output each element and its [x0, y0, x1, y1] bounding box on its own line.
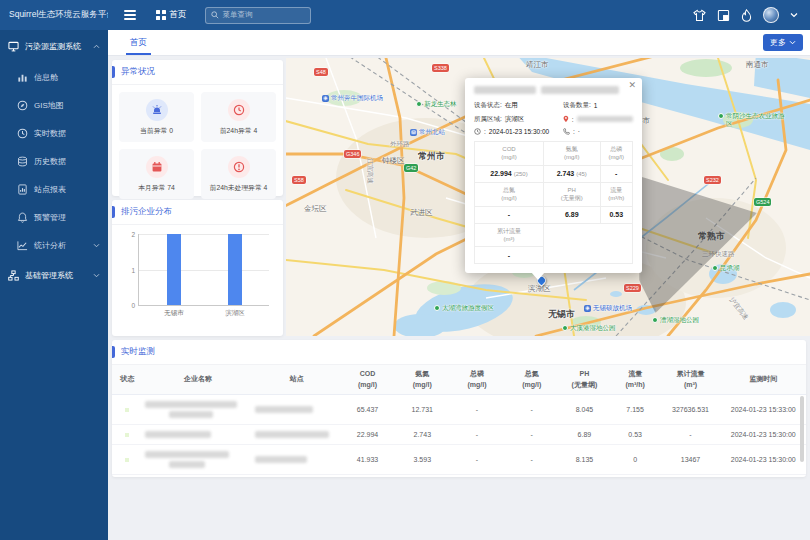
sidebar-item-gis-map[interactable]: GIS地图: [0, 91, 108, 119]
app-title: Squirrel生态环境云服务平台: [0, 9, 108, 21]
enterprise-name-redacted: [143, 425, 254, 445]
nh3-value: 2.743: [395, 425, 450, 445]
road-shield: S338: [432, 64, 449, 72]
station-popup: ✕ 设备状态:在用 设备数量:1 所属区域:滨湖区 : : 2024-01-23…: [465, 78, 642, 273]
sidebar-item-label: 历史数据: [34, 156, 66, 167]
status-card-unhandled[interactable]: 前24h未处理异常 4: [201, 149, 276, 199]
ph-value: 8.135: [559, 445, 610, 475]
map-label-road: 外环路: [390, 140, 410, 149]
field-sep: :: [572, 116, 574, 123]
status-card-24h[interactable]: 前24h异常 4: [201, 92, 276, 142]
x-category: 无锡市: [164, 309, 184, 318]
road-shield: S232: [704, 176, 721, 184]
sidebar-item-label: 统计分析: [34, 240, 66, 251]
abnormal-status-panel: 异常状况 当前异常 0 前24h异常 4 本月异常 74: [112, 60, 283, 196]
theme-shirt-icon[interactable]: [693, 9, 706, 22]
sidebar-item-info-cabin[interactable]: 信息舱: [0, 63, 108, 91]
chevron-up-icon: [93, 44, 100, 49]
sidebar-item-statistics[interactable]: 统计分析: [0, 231, 108, 259]
field-value: 2024-01-23 15:30:00: [489, 128, 549, 135]
bar-binhu[interactable]: [228, 234, 242, 305]
panel-title: 排污企业分布: [112, 200, 283, 225]
field-label: 设备状态:: [474, 101, 502, 110]
map-poi-park: 漕湖湿地公园: [652, 316, 699, 325]
status-card-current[interactable]: 当前异常 0: [119, 92, 194, 142]
table-scrollbar[interactable]: [800, 396, 804, 462]
road-shield: G42: [404, 164, 418, 172]
park-pin-icon: [416, 101, 422, 107]
field-value: 滨湖区: [505, 115, 525, 124]
table-row[interactable]: 22.994 2.743 - - 6.89 0.53 - 2024-01-23 …: [112, 425, 806, 445]
popup-metrics-table: COD(mg/l) 氨氮(mg/l) 总磷(mg/l) 22.994 (250)…: [474, 141, 633, 264]
status-card-label: 前24h异常 4: [220, 126, 257, 136]
map-poi-park: 常阴沙生态农业旅游区: [718, 112, 790, 129]
clock-alert-icon: [228, 99, 250, 121]
total-flow-value: 327636.531: [660, 395, 720, 425]
status-card-month[interactable]: 本月异常 74: [119, 149, 194, 199]
more-button[interactable]: 更多: [763, 34, 803, 51]
search-placeholder: 菜单查询: [223, 10, 253, 20]
location-pin-icon: [563, 115, 569, 123]
popup-fields: 设备状态:在用 设备数量:1 所属区域:滨湖区 : : 2024-01-23 1…: [474, 101, 633, 135]
station-redacted: [253, 445, 340, 475]
clock-icon: [17, 128, 28, 139]
more-button-label: 更多: [770, 37, 786, 48]
sidebar-item-history-data[interactable]: 历史数据: [0, 147, 108, 175]
search-icon: [211, 11, 219, 19]
table-row[interactable]: 41.933 3.593 - - 8.135 0 13467 2024-01-2…: [112, 445, 806, 475]
phone-icon: [563, 128, 570, 135]
screenshot-icon[interactable]: [717, 9, 730, 22]
realtime-monitoring-panel: 实时监测 状态 企业名称 站点 COD(mg/l) 氨氮(mg/l) 总磷(mg…: [112, 340, 806, 477]
sidebar-item-realtime-data[interactable]: 实时数据: [0, 119, 108, 147]
park-pin-icon: [562, 325, 568, 331]
field-value: 在用: [505, 101, 518, 110]
flame-icon[interactable]: [741, 9, 752, 22]
cod-value: 41.933: [340, 445, 395, 475]
tp-value: -: [450, 395, 505, 425]
y-tick: 2: [131, 231, 135, 238]
nh3-value: 12.731: [395, 395, 450, 425]
tab-home[interactable]: 首页: [130, 30, 147, 55]
report-icon: [17, 184, 28, 195]
map-label: 钟楼区: [382, 156, 405, 166]
map-label: 金坛区: [304, 204, 327, 214]
sidebar-item-label: GIS地图: [34, 100, 64, 111]
sidebar-item-label: 信息舱: [34, 72, 58, 83]
map-poi-lake: 昆承湖: [712, 264, 740, 273]
airport-icon: ✈: [584, 305, 591, 312]
bar-wuxi[interactable]: [167, 234, 181, 305]
sidebar-toggle-icon[interactable]: [124, 10, 136, 20]
user-menu-chevron-icon[interactable]: [790, 12, 798, 18]
ph-value: 6.89: [559, 425, 610, 445]
status-card-label: 本月异常 74: [138, 183, 175, 193]
stats-icon: [17, 240, 28, 251]
user-avatar[interactable]: [763, 7, 779, 23]
siren-icon: [146, 99, 168, 121]
sidebar-group-basic-management[interactable]: 基础管理系统: [0, 259, 108, 292]
bar-chart: 2 1 0 无锡市 滨湖区: [138, 234, 269, 306]
road-shield: G524: [754, 198, 771, 206]
map-poi-park: 大溪港湿地公园: [562, 324, 616, 333]
sitemap-icon: [8, 270, 19, 281]
sidebar-item-warning-management[interactable]: 预警管理: [0, 203, 108, 231]
breadcrumb[interactable]: 首页: [156, 9, 187, 21]
station-redacted: [253, 395, 340, 425]
enterprise-name-redacted: [143, 445, 254, 475]
header-actions: [693, 7, 810, 23]
enterprise-distribution-panel: 排污企业分布 2 1 0 无锡市 滨湖区: [112, 200, 283, 336]
park-pin-icon: [652, 317, 658, 323]
tn-value: -: [504, 445, 559, 475]
table-row[interactable]: 65.437 12.731 - - 8.045 7.155 327636.531…: [112, 395, 806, 425]
station-redacted: [253, 425, 340, 445]
field-sep: :: [573, 128, 575, 135]
monitor-time: 2024-01-23 15:33:00: [721, 395, 806, 425]
gis-map[interactable]: S48 S338 G42 G2 S229 G346 S58 G524 S19 S…: [286, 58, 810, 336]
sidebar-item-label: 实时数据: [34, 128, 66, 139]
close-icon[interactable]: ✕: [628, 81, 636, 90]
sidebar-group-pollution-monitoring[interactable]: 污染源监测系统: [0, 30, 108, 63]
field-label: 设备数量:: [563, 101, 591, 110]
sidebar-item-station-report[interactable]: 站点报表: [0, 175, 108, 203]
search-input[interactable]: 菜单查询: [205, 7, 311, 24]
compass-icon: [17, 100, 28, 111]
sidebar-group-label: 污染源监测系统: [25, 41, 81, 52]
